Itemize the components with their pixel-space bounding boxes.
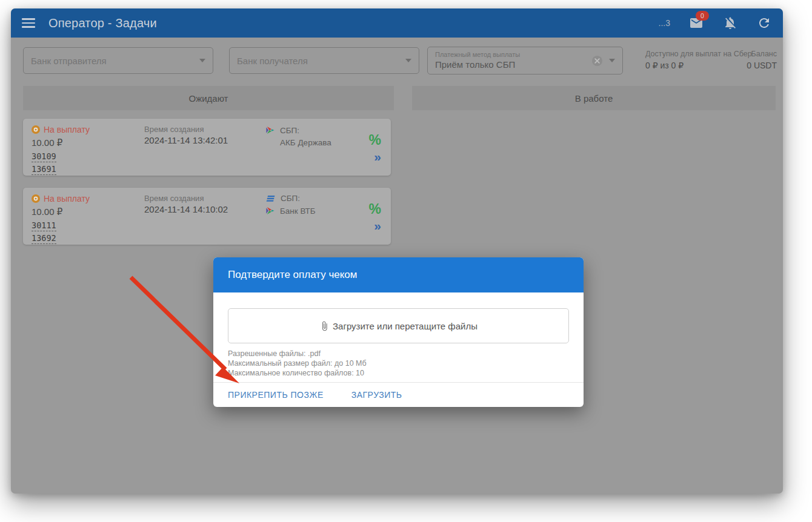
task-ids: 30109 13691 <box>32 151 56 175</box>
task-card[interactable]: На выплату 10.00 ₽ 30109 13691 Время соз… <box>23 119 391 176</box>
created-time-value: 2024-11-14 14:10:02 <box>144 204 228 214</box>
clear-filter-button[interactable] <box>591 55 603 67</box>
sbp-icon <box>265 125 275 136</box>
forward-button[interactable]: » <box>374 219 381 232</box>
column-header-waiting: Ожидают <box>23 86 394 110</box>
task-status-label: На выплату <box>44 125 90 134</box>
modal-header: Подтвердите оплату чеком <box>213 257 584 292</box>
refresh-icon <box>757 16 771 30</box>
app-bar: Оператор - Задачи ...3 0 <box>11 8 783 38</box>
vtb-bank-icon <box>265 195 276 202</box>
screenshot-stage: Оператор - Задачи ...3 0 <box>0 0 812 522</box>
sender-bank-select[interactable]: Банк отправителя <box>23 47 213 74</box>
status-dot-icon <box>32 125 40 134</box>
task-id[interactable]: 30109 <box>32 151 56 162</box>
truncated-counter: ...3 <box>659 18 670 28</box>
task-status[interactable]: На выплату <box>32 194 90 203</box>
chevron-down-icon <box>405 59 411 62</box>
modal-title: Подтвердите оплату чеком <box>228 269 358 281</box>
task-status-label: На выплату <box>44 194 90 203</box>
sber-available-value: 0 ₽ из 0 ₽ <box>645 60 752 71</box>
status-dot-icon <box>32 194 40 203</box>
task-ids: 30111 13692 <box>32 220 56 244</box>
waiting-column-title: Ожидают <box>189 93 228 104</box>
in-progress-column-title: В работе <box>575 93 613 104</box>
notifications-off-icon <box>723 16 737 30</box>
menu-icon[interactable] <box>22 18 35 28</box>
task-id[interactable]: 13692 <box>32 233 56 244</box>
payment-method-name: СБП: <box>280 126 299 135</box>
payment-info: СБП: АКБ Держава <box>265 125 331 147</box>
task-id[interactable]: 30111 <box>32 220 56 231</box>
sber-available-info: Доступно для выплат на Сбер 0 ₽ из 0 ₽ <box>645 48 752 71</box>
task-status[interactable]: На выплату <box>32 125 90 134</box>
app-bar-actions: ...3 0 <box>659 15 772 31</box>
modal-footer: ПРИКРЕПИТЬ ПОЗЖЕ ЗАГРУЗИТЬ <box>213 382 584 407</box>
payment-bank-name: АКБ Держава <box>280 138 331 147</box>
task-card[interactable]: На выплату 10.00 ₽ 30111 13692 Время соз… <box>23 188 391 245</box>
task-amount: 10.00 ₽ <box>32 206 62 217</box>
attach-later-button[interactable]: ПРИКРЕПИТЬ ПОЗЖЕ <box>223 388 328 402</box>
payment-method-value: Приём только СБП <box>435 59 520 71</box>
payment-method-label: Платежный метод выплаты <box>435 51 520 59</box>
balance-info: Баланс 0 USDT <box>747 48 777 71</box>
column-header-in-progress: В работе <box>412 86 776 110</box>
modal-body: Загрузите или перетащите файлы Разрешенн… <box>213 308 584 378</box>
chevron-down-icon <box>609 59 615 62</box>
page-title: Оператор - Задачи <box>48 16 157 30</box>
mail-badge: 0 <box>696 11 709 21</box>
task-amount: 10.00 ₽ <box>32 137 62 148</box>
receiver-bank-placeholder: Банк получателя <box>237 56 308 66</box>
balance-label: Баланс <box>751 48 777 60</box>
rule-allowed-files: Разрешенные файлы: .pdf <box>228 349 569 358</box>
created-time-label: Время создания <box>144 125 204 134</box>
sber-available-label: Доступно для выплат на Сбер <box>645 48 752 60</box>
created-time-label: Время создания <box>144 194 204 203</box>
notifications-button[interactable] <box>722 15 738 31</box>
sender-bank-placeholder: Банк отправителя <box>31 56 107 66</box>
commission-button[interactable]: % <box>369 133 381 147</box>
rule-max-count: Максимальное количество файлов: 10 <box>228 368 569 378</box>
app-window: Оператор - Задачи ...3 0 <box>11 8 783 494</box>
commission-button[interactable]: % <box>369 202 381 216</box>
clear-icon <box>591 55 603 67</box>
paperclip-icon <box>319 321 330 331</box>
payment-info: СБП: Банк ВТБ <box>265 194 316 216</box>
dropzone-text: Загрузите или перетащите файлы <box>333 321 478 331</box>
balance-value: 0 USDT <box>747 60 777 71</box>
chevron-down-icon <box>199 59 205 62</box>
file-dropzone[interactable]: Загрузите или перетащите файлы <box>228 308 569 343</box>
upload-rules: Разрешенные файлы: .pdf Максимальный раз… <box>228 349 569 378</box>
sbp-icon <box>265 205 275 216</box>
created-time-value: 2024-11-14 13:42:01 <box>144 135 228 145</box>
task-id[interactable]: 13691 <box>32 164 56 175</box>
payment-method-name: СБП: <box>281 194 300 203</box>
mail-button[interactable]: 0 <box>688 15 704 31</box>
upload-button[interactable]: ЗАГРУЗИТЬ <box>347 388 407 402</box>
confirm-payment-modal: Подтвердите оплату чеком Загрузите или п… <box>213 257 584 407</box>
rule-max-size: Максимальный размер файл: до 10 Мб <box>228 358 569 368</box>
refresh-button[interactable] <box>756 15 772 31</box>
receiver-bank-select[interactable]: Банк получателя <box>229 47 419 74</box>
payment-bank-name: Банк ВТБ <box>280 206 316 216</box>
payment-method-select[interactable]: Платежный метод выплаты Приём только СБП <box>427 47 623 74</box>
forward-button[interactable]: » <box>374 150 381 163</box>
